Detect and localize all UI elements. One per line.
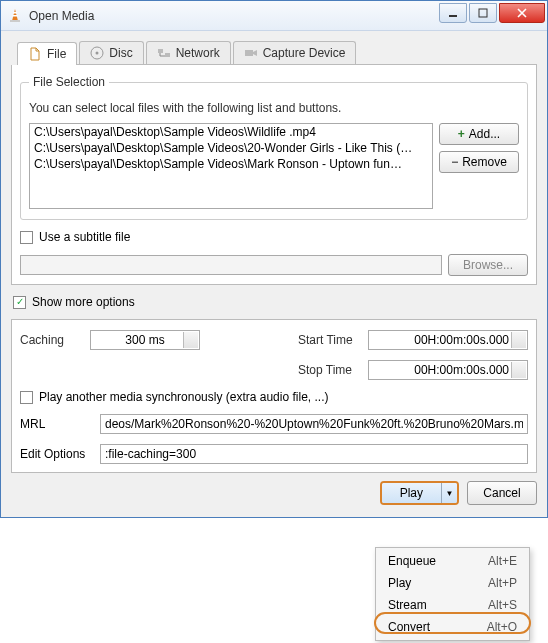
play-label: Play [400,486,423,500]
svg-rect-8 [165,53,170,57]
add-button[interactable]: + Add... [439,123,519,145]
add-label: Add... [469,127,500,141]
tab-disc[interactable]: Disc [79,41,143,64]
dialog-body: File Disc Network Capture Device File Se… [1,31,547,517]
media-tabs: File Disc Network Capture Device [17,41,537,65]
cancel-label: Cancel [483,486,520,500]
stop-time-value: 00H:00m:00s.000 [414,363,509,377]
convert-highlight [374,612,531,634]
file-list-item[interactable]: C:\Users\payal\Desktop\Sample Videos\20-… [30,140,432,156]
subtitle-path-input [20,255,442,275]
vlc-cone-icon [7,8,23,24]
svg-rect-4 [479,9,487,17]
svg-point-6 [96,52,99,55]
svg-rect-2 [13,15,18,17]
spinner-icon[interactable]: ▲▼ [517,363,524,377]
show-more-label: Show more options [32,295,135,309]
minus-icon: − [451,155,458,169]
subtitle-label: Use a subtitle file [39,230,130,244]
open-media-window: Open Media File Disc Network Capture De [0,0,548,518]
file-icon [28,47,42,61]
stop-time-label: Stop Time [298,363,368,377]
stop-time-input[interactable]: 00H:00m:00s.000 ▲▼ [368,360,528,380]
remove-button[interactable]: − Remove [439,151,519,173]
tab-file[interactable]: File [17,42,77,65]
browse-label: Browse... [463,258,513,272]
menu-shortcut: Alt+S [488,598,517,612]
svg-rect-7 [158,49,163,53]
window-title: Open Media [29,9,439,23]
file-selection-group: File Selection You can select local file… [20,75,528,220]
mrl-label: MRL [20,417,100,431]
cancel-button[interactable]: Cancel [467,481,537,505]
start-time-input[interactable]: 00H:00m:00s.000 ▲▼ [368,330,528,350]
menu-label: Stream [388,598,427,612]
edit-options-input[interactable] [100,444,528,464]
capture-device-icon [244,46,258,60]
file-panel: File Selection You can select local file… [11,65,537,285]
window-controls [439,8,547,23]
svg-rect-1 [13,12,17,14]
tab-capture[interactable]: Capture Device [233,41,357,64]
tab-label: Network [176,46,220,60]
dialog-footer: Play ▼ Cancel [11,473,537,507]
svg-rect-0 [10,20,20,22]
close-button[interactable] [499,3,545,23]
file-list-item[interactable]: C:\Users\payal\Desktop\Sample Videos\Wil… [30,124,432,140]
play-another-label: Play another media synchronously (extra … [39,390,328,404]
maximize-button[interactable] [469,3,497,23]
file-list-item[interactable]: C:\Users\payal\Desktop\Sample Videos\Mar… [30,156,432,172]
subtitle-checkbox[interactable] [20,231,33,244]
show-more-checkbox[interactable] [13,296,26,309]
disc-icon [90,46,104,60]
spinner-icon[interactable]: ▲▼ [517,333,524,347]
menu-shortcut: Alt+P [488,576,517,590]
play-button[interactable]: Play [382,483,441,503]
minimize-button[interactable] [439,3,467,23]
chevron-down-icon: ▼ [446,489,454,498]
play-another-checkbox[interactable] [20,391,33,404]
start-time-label: Start Time [298,333,368,347]
file-selection-hint: You can select local files with the foll… [29,101,519,115]
caching-label: Caching [20,333,90,347]
tab-network[interactable]: Network [146,41,231,64]
caching-input[interactable]: 300 ms ▲▼ [90,330,200,350]
titlebar[interactable]: Open Media [1,1,547,31]
advanced-panel: Caching 300 ms ▲▼ Start Time 00H:00m:00s… [11,319,537,473]
menu-item-play[interactable]: Play Alt+P [378,572,527,594]
menu-label: Play [388,576,411,590]
menu-shortcut: Alt+E [488,554,517,568]
browse-button: Browse... [448,254,528,276]
tab-label: Disc [109,46,132,60]
tab-label: Capture Device [263,46,346,60]
play-dropdown-button[interactable]: ▼ [441,483,457,503]
svg-rect-3 [449,15,457,17]
menu-label: Enqueue [388,554,436,568]
tab-label: File [47,47,66,61]
play-split-button[interactable]: Play ▼ [380,481,459,505]
edit-options-label: Edit Options [20,447,100,461]
file-selection-legend: File Selection [29,75,109,89]
mrl-input[interactable] [100,414,528,434]
caching-value: 300 ms [125,333,164,347]
svg-rect-9 [245,50,253,56]
network-icon [157,46,171,60]
plus-icon: + [458,127,465,141]
start-time-value: 00H:00m:00s.000 [414,333,509,347]
file-list[interactable]: C:\Users\payal\Desktop\Sample Videos\Wil… [29,123,433,209]
remove-label: Remove [462,155,507,169]
spinner-icon[interactable]: ▲▼ [189,333,196,347]
menu-item-enqueue[interactable]: Enqueue Alt+E [378,550,527,572]
